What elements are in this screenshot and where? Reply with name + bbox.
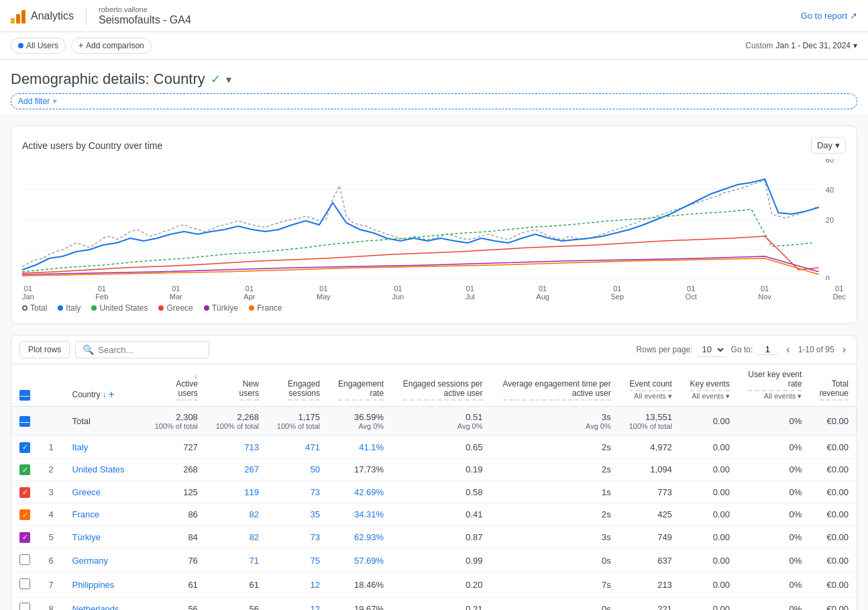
external-link-icon: ↗ bbox=[850, 11, 857, 21]
select-all-checkbox[interactable]: — bbox=[19, 390, 30, 401]
td-country[interactable]: Türkiye bbox=[64, 526, 144, 549]
td-checkbox[interactable]: ✓ bbox=[11, 481, 38, 504]
granularity-chevron-icon: ▾ bbox=[835, 140, 840, 150]
td-engaged-sessions: 12 bbox=[267, 597, 328, 610]
td-checkbox[interactable]: ✓ bbox=[11, 436, 38, 459]
td-event-count: 637 bbox=[619, 548, 680, 572]
td-country[interactable]: Germany bbox=[64, 548, 144, 572]
all-users-segment[interactable]: All Users bbox=[11, 38, 66, 54]
prev-page-button[interactable]: ‹ bbox=[783, 342, 792, 357]
granularity-selector[interactable]: Day ▾ bbox=[811, 137, 846, 154]
th-key-events-filter[interactable]: All events ▾ bbox=[692, 392, 730, 400]
date-label: Custom bbox=[745, 41, 773, 50]
th-checkbox: — bbox=[11, 364, 38, 407]
chevron-down-icon: ▾ bbox=[853, 41, 857, 50]
td-country[interactable]: Philippines bbox=[64, 572, 144, 597]
table-row: 6 Germany 76 71 75 57.69% 0.99 0s 637 0.… bbox=[11, 548, 857, 572]
legend-us-icon bbox=[91, 305, 97, 311]
td-engaged-sessions: 471 bbox=[267, 436, 328, 459]
row-checkbox[interactable] bbox=[19, 554, 30, 565]
legend-total-label: Total bbox=[30, 303, 47, 313]
td-engaged-per-user: 0.58 bbox=[392, 481, 490, 504]
add-comparison-button[interactable]: + Add comparison bbox=[71, 38, 152, 54]
td-checkbox[interactable] bbox=[11, 572, 38, 597]
td-active-users: 125 bbox=[145, 481, 206, 504]
td-revenue: €0.00 bbox=[810, 436, 857, 459]
row-checkbox[interactable]: ✓ bbox=[19, 509, 30, 520]
td-checkbox[interactable] bbox=[11, 597, 38, 610]
td-country[interactable]: Netherlands bbox=[64, 597, 144, 610]
td-rank: 6 bbox=[38, 548, 64, 572]
td-user-key-rate: 0% bbox=[738, 572, 810, 597]
legend-greece-icon bbox=[158, 305, 164, 311]
add-icon: + bbox=[78, 41, 83, 50]
td-revenue: €0.00 bbox=[810, 597, 857, 610]
rows-per-page-select[interactable]: 10 25 50 bbox=[697, 342, 726, 357]
svg-text:0: 0 bbox=[826, 274, 830, 280]
td-event-count: 213 bbox=[619, 572, 680, 597]
td-engagement-rate: 62.93% bbox=[328, 526, 392, 549]
td-checkbox[interactable]: ✓ bbox=[11, 458, 38, 481]
td-user-key-rate: 0% bbox=[738, 597, 810, 610]
add-filter-button[interactable]: Add filter + bbox=[11, 93, 857, 109]
td-new-users: 56 bbox=[206, 597, 267, 610]
add-column-icon[interactable]: + bbox=[109, 389, 115, 401]
sort-active-icon[interactable]: ↓ bbox=[194, 371, 198, 379]
td-rank: 3 bbox=[38, 481, 64, 504]
td-user-key-rate: 0% bbox=[738, 436, 810, 459]
legend-total-icon bbox=[22, 305, 28, 311]
td-engagement-rate: 57.69% bbox=[328, 548, 392, 572]
th-user-key-rate-filter[interactable]: All events ▾ bbox=[764, 392, 802, 400]
row-checkbox[interactable]: ✓ bbox=[19, 442, 30, 453]
search-icon: 🔍 bbox=[83, 344, 94, 355]
td-country[interactable]: France bbox=[64, 503, 144, 526]
sub-header-left: All Users + Add comparison bbox=[11, 38, 152, 54]
td-avg-time: 0s bbox=[491, 548, 619, 572]
th-active-users-label: Activeusers bbox=[176, 379, 198, 401]
sort-icon[interactable]: ↓ bbox=[103, 390, 107, 399]
chart-legend: Total Italy United States Greece Türkiye… bbox=[22, 303, 846, 313]
total-new-users: 2,268 100% of total bbox=[206, 407, 267, 436]
td-checkbox[interactable] bbox=[11, 548, 38, 572]
row-checkbox[interactable] bbox=[19, 578, 30, 589]
search-input[interactable] bbox=[98, 345, 202, 355]
goto-section: Go to: bbox=[731, 344, 779, 355]
plot-rows-button[interactable]: Plot rows bbox=[19, 341, 70, 358]
go-to-report-link[interactable]: Go to report ↗ bbox=[801, 11, 857, 21]
next-page-button[interactable]: › bbox=[840, 342, 849, 357]
td-checkbox[interactable]: ✓ bbox=[11, 503, 38, 526]
row-checkbox[interactable]: ✓ bbox=[19, 464, 30, 475]
sub-header: All Users + Add comparison Custom Jan 1 … bbox=[0, 32, 868, 60]
th-avg-time: Average engagement time peractive user bbox=[491, 364, 619, 407]
account-name: roberto.vallone bbox=[99, 5, 191, 14]
th-event-count-filter[interactable]: All events ▾ bbox=[634, 392, 672, 400]
td-event-count: 221 bbox=[619, 597, 680, 610]
legend-france-icon bbox=[249, 305, 254, 311]
td-checkbox[interactable]: ✓ bbox=[11, 526, 38, 549]
td-country[interactable]: Greece bbox=[64, 481, 144, 504]
td-engaged-sessions: 73 bbox=[267, 481, 328, 504]
td-country[interactable]: Italy bbox=[64, 436, 144, 459]
total-name: Total bbox=[64, 407, 144, 436]
th-country-label: Country bbox=[72, 390, 100, 399]
td-key-events: 0.00 bbox=[680, 526, 738, 549]
date-range-picker[interactable]: Custom Jan 1 - Dec 31, 2024 ▾ bbox=[745, 41, 857, 50]
row-checkbox[interactable]: ✓ bbox=[19, 532, 30, 543]
total-checkbox-cell[interactable]: — bbox=[11, 407, 38, 436]
row-checkbox[interactable] bbox=[19, 603, 30, 611]
td-new-users: 82 bbox=[206, 503, 267, 526]
legend-us-label: United States bbox=[99, 303, 148, 313]
title-chevron-icon[interactable]: ▾ bbox=[226, 73, 231, 86]
td-rank: 4 bbox=[38, 503, 64, 526]
row-checkbox[interactable]: ✓ bbox=[19, 487, 30, 498]
table-body: — Total 2,308 100% of total 2,268 100% o… bbox=[11, 407, 857, 611]
th-engaged-per-user: Engaged sessions peractive user bbox=[392, 364, 490, 407]
total-checkbox[interactable]: — bbox=[19, 416, 30, 427]
goto-label: Go to: bbox=[731, 345, 753, 354]
td-rank: 5 bbox=[38, 526, 64, 549]
td-country[interactable]: United States bbox=[64, 458, 144, 481]
add-comparison-label: Add comparison bbox=[86, 41, 144, 50]
goto-input[interactable] bbox=[757, 344, 778, 355]
td-engaged-per-user: 0.87 bbox=[392, 526, 490, 549]
chart-section: Active users by Country over time Day ▾ … bbox=[11, 125, 857, 324]
